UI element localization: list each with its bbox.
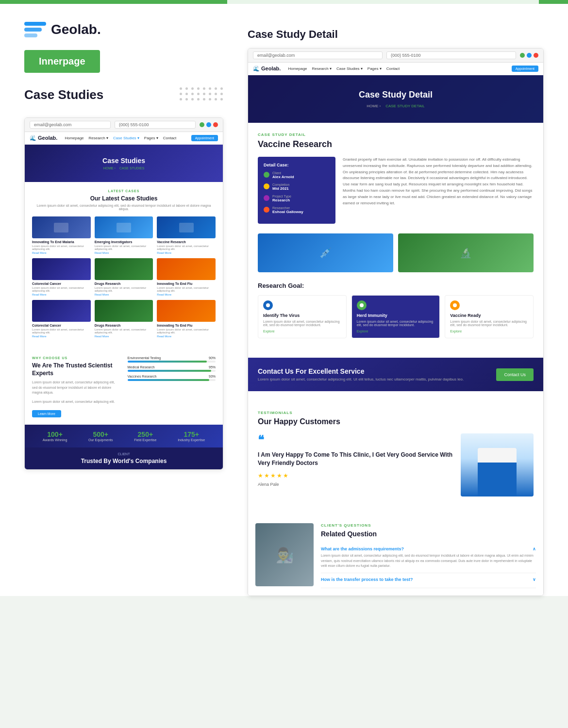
identify-virus-desc: Lorem ipsum dolor sit amet, consectetur … [263,320,341,327]
appointment-btn[interactable]: Appointment [191,135,218,141]
colorectal-read-more[interactable]: Read More [32,293,91,296]
colorectal2-read-more[interactable]: Read More [32,335,91,338]
detail-browser-url: email@geolab.com [253,51,383,59]
related-label: CLIENT'S QUESTIONS [321,523,536,528]
colorectal-img [32,258,91,280]
stat-awards: 100+ Awards Winning [43,430,67,442]
learn-more-btn[interactable]: Learn More [32,410,61,417]
prog-med-fill [128,370,211,372]
related-title: Related Question [321,530,536,538]
case-card-flu: Innovating To End Flu Lorem ipsum dolor … [157,258,216,296]
case-card-colorectal2: Colorectal Cancer Lorem ipsum dolor sit … [32,300,91,338]
drugs2-read-more[interactable]: Read More [95,335,153,338]
goal-identify-virus: Identify The Virus Lorem ipsum dolor sit… [258,295,347,338]
case-cards-row3: Colorectal Cancer Lorem ipsum dolor sit … [32,300,216,338]
flu-img [157,258,216,280]
case-label: CASE STUDY DETAIL [258,132,534,137]
youtube-icon [213,122,218,127]
colorectal-card-title: Colorectal Cancer [32,282,91,285]
testimonial-image [461,433,534,496]
flu-read-more[interactable]: Read More [157,293,216,296]
contact-desc: Lorem ipsum dolor sit amet, consectetur … [258,377,464,381]
research-goal-title: Research Goal: [258,282,534,289]
prog-vaccines: Vaccines Research 93% [128,375,216,381]
contact-us-btn[interactable]: Contact Us [496,368,534,381]
faq-question-1[interactable]: What are the admissions requirements? ∧ [321,546,536,551]
colorectal2-img [32,300,91,322]
testimonial-author: Alena Pale [258,482,453,487]
researcher-value: Eshoal Galloway [272,210,303,214]
detail-bc-home: HOME › [367,104,381,108]
drugs-img [95,258,153,280]
vaccine-read-more[interactable]: Read More [157,251,216,254]
detail-fb-icon [520,53,525,58]
stat-awards-number: 100+ [43,430,67,438]
case-detail-browser-mock: email@geolab.com (000) 555-0100 🌊 Geolab… [248,48,544,596]
mock-nav: 🌊 Geolab. Homepage Research ▾ Case Studi… [25,132,223,145]
researcher-icon [264,207,269,213]
browser-phone: (000) 555-0100 [115,121,196,129]
drugs-read-more[interactable]: Read More [95,293,153,296]
star-1: ★ [258,472,263,479]
nav-research: Research ▾ [89,136,108,140]
browser-bar: email@geolab.com (000) 555-0100 [25,118,223,132]
detail-info-projecttype: Project Type Research [264,195,330,202]
drugs2-desc: Lorem ipsum dolor sit amet, consectetur … [95,328,153,334]
faq-q2-text: How is the transfer process to take the … [321,577,413,582]
bc-home: HOME › [103,166,116,170]
star-3: ★ [270,472,276,479]
flu2-read-more[interactable]: Read More [157,335,216,338]
vaccine-dot [453,303,457,307]
testimonials-label: TESTIMONIALS [258,411,534,415]
vaccine-card-title: Vaccine Research [157,240,216,244]
facebook-icon [200,122,204,127]
investigators-read-more[interactable]: Read More [95,251,153,254]
case-studies-breadcrumb: HOME › CASE STUDIES [32,166,216,170]
detail-images: 💉 🔬 [258,233,534,272]
herd-immunity-link[interactable]: Explore [357,330,435,333]
stat-equip-label: Our Equipments [88,438,113,442]
virus-dot [266,303,270,307]
browser-social [200,122,218,127]
trusted-label: CLIENT [32,452,216,456]
investigators-card-title: Emerging Investigators [95,240,153,244]
goal-herd-immunity: Herd Immunity Lorem ipsum dolor sit amet… [351,295,440,338]
case-card-colorectal: Colorectal Cancer Lorem ipsum dolor sit … [32,258,91,296]
virus-icon [263,300,273,310]
faq-question-2[interactable]: How is the transfer process to take the … [321,577,536,582]
detail-mock-nav: 🌊 Geolab. Homepage Research ▾ Case Studi… [248,63,543,75]
faq-item-2: How is the transfer process to take the … [321,573,536,588]
flu2-desc: Lorem ipsum dolor sit amet, consectetur … [157,328,216,334]
related-content: CLIENT'S QUESTIONS Related Question What… [321,523,536,588]
contact-title: Contact Us For Excellent Service [258,367,464,375]
project-type-icon [264,195,269,201]
why-desc2: Lorem ipsum dolor sit amet, consectetur … [32,399,120,405]
detail-appointment-btn[interactable]: Appointment [512,66,538,72]
malaria-read-more[interactable]: Read More [32,251,91,254]
case-cards-row1: Innovating To End Malaria Lorem ipsum do… [32,216,216,254]
identify-virus-link[interactable]: Explore [263,330,341,333]
prog-env-value: 90% [209,356,216,360]
identify-virus-title: Identify The Virus [263,313,341,318]
detail-box: Detail Case: Client Alex Arnold Comple [258,157,534,224]
detail-nav-pages: Pages ▾ [368,66,382,71]
herd-immunity-desc: Lorem ipsum dolor sit amet, consectetur … [357,320,435,327]
microscope-lab-img: 🔬 [398,233,534,272]
case-title: Vaccine Research [258,139,534,149]
vaccine-ready-link[interactable]: Explore [450,330,528,333]
drugs2-title: Drugs Research [95,324,153,327]
stat-field-label: Field Expertise [134,438,156,442]
stats-bar: 100+ Awards Winning 500+ Our Equipments … [25,425,223,447]
flu-card-desc: Lorem ipsum dolor sit amet, consectetur … [157,286,216,292]
star-2: ★ [264,472,269,479]
why-right: Environmental Testing 90% Medical Resear… [128,356,216,417]
detail-bc-current: CASE STUDY DETAIL [385,104,425,108]
detail-tw-icon [527,53,532,58]
prog-env-name: Environmental Testing [128,356,161,360]
faq-item-1: What are the admissions requirements? ∧ … [321,543,536,573]
calendar-icon [264,183,269,189]
stat-equip-number: 500+ [88,430,113,438]
colorectal-card-desc: Lorem ipsum dolor sit amet, consectetur … [32,286,91,292]
testimonials-section: TESTIMONIALS Our Happy Customers ❝ I Am … [248,401,543,516]
nav-homepage: Homepage [65,136,84,140]
